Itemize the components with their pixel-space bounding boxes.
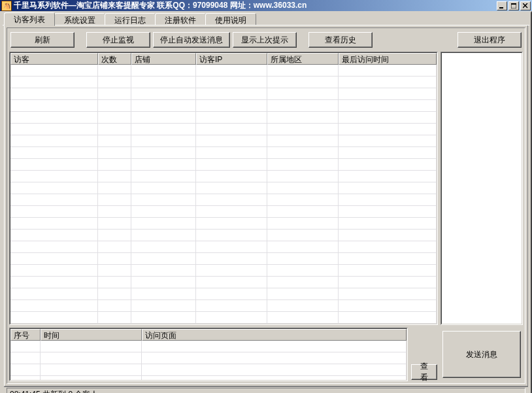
status-bar: 08:41:45 共新到 0 个客人: [4, 386, 528, 393]
stop-monitor-button[interactable]: 停止监视: [86, 32, 150, 48]
table-row[interactable]: [10, 182, 437, 194]
svg-rect-2: [511, 3, 516, 5]
col-time[interactable]: 时间: [41, 329, 142, 341]
message-box[interactable]: [441, 52, 523, 325]
table-row[interactable]: [10, 194, 437, 206]
visitor-grid-header: 访客 次数 店铺 访客IP 所属地区 最后访问时间: [10, 53, 437, 65]
tab-visitor-list[interactable]: 访客列表: [4, 12, 55, 26]
table-row[interactable]: [10, 253, 437, 265]
visitor-grid[interactable]: 访客 次数 店铺 访客IP 所属地区 最后访问时间: [9, 52, 438, 325]
tab-run-log[interactable]: 运行日志: [105, 13, 156, 26]
show-last-tip-button[interactable]: 显示上次提示: [233, 32, 297, 48]
table-row[interactable]: [10, 341, 407, 352]
table-row[interactable]: [10, 112, 437, 124]
table-row[interactable]: [10, 364, 407, 376]
tab-instructions[interactable]: 使用说明: [205, 13, 256, 26]
view-button[interactable]: 查看: [411, 364, 437, 380]
table-row[interactable]: [10, 288, 437, 300]
tab-content: 刷新 停止监视 停止自动发送消息 显示上次提示 查看历史 退出程序 访客: [4, 26, 528, 386]
svg-rect-0: [499, 7, 503, 9]
view-history-button[interactable]: 查看历史: [308, 32, 373, 48]
send-message-button[interactable]: 发送消息: [442, 331, 521, 378]
status-text: 08:41:45 共新到 0 个客人: [7, 388, 525, 394]
minimize-button[interactable]: [497, 1, 507, 10]
table-row[interactable]: [10, 147, 437, 159]
col-region[interactable]: 所属地区: [267, 53, 339, 65]
table-row[interactable]: [10, 65, 437, 77]
pages-grid-header: 序号 时间 访问页面: [10, 329, 407, 341]
pages-grid-body[interactable]: [10, 341, 407, 380]
tab-register[interactable]: 注册软件: [155, 13, 206, 26]
col-count[interactable]: 次数: [98, 53, 131, 65]
table-row[interactable]: [10, 352, 407, 364]
table-row[interactable]: [10, 159, 437, 171]
col-last-visit[interactable]: 最后访问时间: [339, 53, 437, 65]
table-row[interactable]: [10, 171, 437, 182]
table-row[interactable]: [10, 241, 437, 253]
table-row[interactable]: [10, 100, 437, 112]
window-title: 千里马系列软件—淘宝店铺来客提醒专家 联系QQ：97099048 网址：www.…: [14, 0, 497, 11]
table-row[interactable]: [10, 300, 437, 312]
table-row[interactable]: [10, 135, 437, 147]
table-row[interactable]: [10, 230, 437, 241]
maximize-button[interactable]: [508, 1, 519, 10]
visitor-grid-body[interactable]: [10, 65, 437, 324]
refresh-button[interactable]: 刷新: [10, 32, 75, 48]
tab-strip: 访客列表 系统设置 运行日志 注册软件 使用说明: [1, 12, 531, 26]
col-ip[interactable]: 访客IP: [196, 53, 267, 65]
table-row[interactable]: [10, 206, 437, 218]
app-icon: 🐴: [1, 1, 12, 11]
exit-button[interactable]: 退出程序: [457, 32, 522, 48]
table-row[interactable]: [10, 88, 437, 100]
table-row[interactable]: [10, 77, 437, 88]
col-seq[interactable]: 序号: [10, 329, 41, 341]
toolbar: 刷新 停止监视 停止自动发送消息 显示上次提示 查看历史 退出程序: [9, 28, 523, 52]
tab-system-settings[interactable]: 系统设置: [54, 13, 105, 26]
table-row[interactable]: [10, 376, 407, 380]
stop-auto-send-button[interactable]: 停止自动发送消息: [153, 32, 230, 48]
col-visitor[interactable]: 访客: [10, 53, 98, 65]
table-row[interactable]: [10, 218, 437, 230]
table-row[interactable]: [10, 277, 437, 288]
table-row[interactable]: [10, 124, 437, 135]
table-row[interactable]: [10, 312, 437, 324]
close-button[interactable]: [520, 1, 531, 10]
pages-grid[interactable]: 序号 时间 访问页面: [9, 328, 408, 381]
table-row[interactable]: [10, 265, 437, 277]
title-bar: 🐴 千里马系列软件—淘宝店铺来客提醒专家 联系QQ：97099048 网址：ww…: [0, 0, 532, 11]
client-area: 访客列表 系统设置 运行日志 注册软件 使用说明 刷新 停止监视 停止自动发送消…: [0, 11, 532, 393]
col-shop[interactable]: 店铺: [131, 53, 196, 65]
col-page[interactable]: 访问页面: [142, 329, 407, 341]
